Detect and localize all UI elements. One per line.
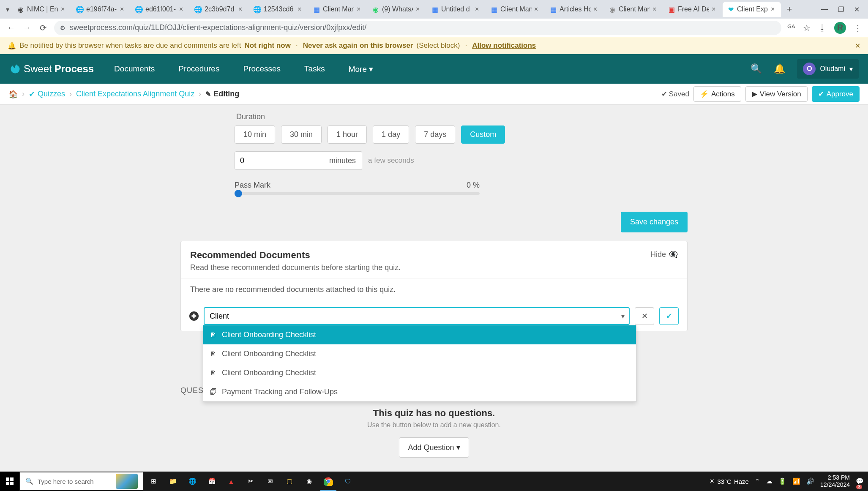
browser-tab[interactable]: ▦Untitled d× (427, 2, 485, 17)
approve-button[interactable]: ✔ Approve (812, 86, 860, 102)
nav-processes[interactable]: Processes (243, 64, 281, 74)
browser-tab[interactable]: ◉Client Man× (604, 2, 663, 17)
breadcrumb-quiz-name[interactable]: Client Expectations Alignment Quiz (76, 90, 194, 98)
home-icon[interactable]: 🏠 (8, 90, 18, 99)
browser-tab[interactable]: ▦Client Man× (486, 2, 544, 17)
tab-scroll-menu-icon[interactable]: ▾ (3, 5, 12, 14)
dropdown-item[interactable]: 🗎Client Onboarding Checklist (203, 363, 636, 382)
task-view-icon[interactable]: ⊞ (144, 472, 163, 491)
close-icon[interactable]: × (179, 5, 186, 13)
browser-tab[interactable]: ▦Articles Ho× (545, 2, 603, 17)
duration-10min[interactable]: 10 min (235, 125, 275, 144)
new-tab-button[interactable]: + (782, 2, 797, 17)
dropdown-item[interactable]: 🗎Client Onboarding Checklist (203, 325, 636, 344)
notif-allow-link[interactable]: Allow notifications (472, 41, 536, 50)
hide-toggle[interactable]: Hide 👁‍🗨 (650, 250, 678, 259)
browser-tab-active[interactable]: ❤Client Expe× (723, 2, 781, 17)
app-logo[interactable]: SweetProcess (9, 63, 94, 75)
passmark-slider[interactable] (235, 192, 480, 195)
close-icon[interactable]: × (712, 5, 718, 13)
site-settings-icon[interactable]: ⚙ (60, 25, 66, 31)
close-icon[interactable]: × (61, 5, 68, 13)
profile-avatar[interactable]: R (834, 22, 846, 34)
user-menu[interactable]: O Oludami ▾ (797, 59, 859, 79)
actions-button[interactable]: ⚡ Actions (693, 86, 741, 102)
view-version-button[interactable]: ▶ View Version (745, 86, 808, 102)
browser-tab[interactable]: ◉NIMC | Enr× (13, 2, 71, 17)
maximize-icon[interactable]: ❐ (838, 5, 844, 14)
browser-tab[interactable]: ◉(9) WhatsA× (368, 2, 426, 17)
volume-icon[interactable]: 🔊 (806, 477, 814, 485)
nav-documents[interactable]: Documents (114, 64, 155, 74)
duration-1day[interactable]: 1 day (373, 125, 409, 144)
translate-icon[interactable]: ᴳᴬ (787, 23, 795, 33)
calendar-icon[interactable]: 📅 (202, 472, 221, 491)
save-changes-button[interactable]: Save changes (621, 212, 688, 232)
dropdown-item[interactable]: 🗐Payment Tracking and Follow-Ups (203, 382, 636, 401)
sticky-notes-icon[interactable]: ▢ (280, 472, 299, 491)
browser-tab[interactable]: ▣Free AI De× (663, 2, 722, 17)
slider-thumb[interactable] (235, 190, 242, 197)
mail-icon[interactable]: ✉ (260, 472, 280, 491)
action-center-icon[interactable]: 💬3 (856, 472, 864, 491)
edge-icon[interactable]: 🌐 (183, 472, 202, 491)
url-input[interactable]: ⚙ sweetprocess.com/quiz/1LDfOJJ/client-e… (54, 21, 781, 35)
taskbar-search[interactable]: 🔍 Type here to search (20, 472, 143, 490)
duration-7days[interactable]: 7 days (415, 125, 455, 144)
tray-chevron-icon[interactable]: ⌃ (755, 477, 760, 485)
close-icon[interactable]: × (475, 5, 482, 13)
close-icon[interactable]: ✕ (855, 42, 860, 50)
weather-widget[interactable]: ☀ 33°C Haze (709, 477, 749, 485)
doc-search-input[interactable] (204, 307, 630, 325)
browser-tab[interactable]: 🌐2c3b9d7d× (190, 2, 248, 17)
duration-custom[interactable]: Custom (461, 125, 505, 144)
close-icon[interactable]: × (593, 5, 600, 13)
reload-button[interactable]: ⟳ (38, 23, 48, 33)
close-icon[interactable]: × (771, 5, 778, 13)
notif-never[interactable]: Never ask again on this browser (303, 41, 413, 50)
close-icon[interactable]: × (652, 5, 659, 13)
wifi-icon[interactable]: 📶 (792, 477, 800, 485)
nav-tasks[interactable]: Tasks (304, 64, 325, 74)
bookmark-icon[interactable]: ☆ (803, 23, 811, 33)
explorer-icon[interactable]: 📁 (163, 472, 183, 491)
browser-tab[interactable]: 🌐e196f74a-× (72, 2, 130, 17)
downloads-icon[interactable]: ⭳ (818, 23, 827, 33)
dropdown-item[interactable]: 🗎Client Onboarding Checklist (203, 344, 636, 363)
onedrive-icon[interactable]: ☁ (766, 477, 772, 485)
close-icon[interactable]: × (238, 5, 245, 13)
duration-30min[interactable]: 30 min (281, 125, 322, 144)
nav-procedures[interactable]: Procedures (178, 64, 219, 74)
security-icon[interactable]: 🛡 (338, 472, 358, 491)
back-button[interactable]: ← (6, 23, 16, 33)
snip-icon[interactable]: ✂ (241, 472, 260, 491)
app-icon[interactable]: ◉ (299, 472, 319, 491)
forward-button[interactable]: → (22, 23, 32, 33)
close-icon[interactable]: × (534, 5, 541, 13)
battery-icon[interactable]: 🔋 (778, 477, 786, 485)
breadcrumb-quizzes[interactable]: Quizzes (38, 90, 65, 98)
minimize-icon[interactable]: ― (821, 5, 828, 14)
close-icon[interactable]: × (416, 5, 423, 13)
menu-icon[interactable]: ⋮ (854, 23, 862, 33)
plus-icon[interactable]: ✚ (189, 311, 199, 321)
close-icon[interactable]: × (357, 5, 363, 13)
close-icon[interactable]: × (298, 5, 304, 13)
browser-tab[interactable]: ▦Client Man× (308, 2, 367, 17)
start-button[interactable] (0, 472, 19, 491)
bell-icon[interactable]: 🔔 (774, 63, 785, 74)
search-icon[interactable]: 🔍 (751, 63, 762, 74)
acrobat-icon[interactable]: ▲ (221, 472, 241, 491)
confirm-doc-button[interactable]: ✔ (659, 307, 679, 325)
browser-tab[interactable]: 🌐ed61f001-× (131, 2, 189, 17)
clock[interactable]: 2:53 PM 12/24/2024 (820, 474, 850, 488)
close-window-icon[interactable]: ✕ (854, 5, 860, 14)
nav-more[interactable]: More ▾ (349, 64, 374, 74)
notif-not-now[interactable]: Not right now (244, 41, 291, 50)
chrome-icon[interactable] (319, 472, 338, 491)
duration-1hour[interactable]: 1 hour (328, 125, 367, 144)
minutes-input[interactable] (235, 151, 323, 170)
add-question-button[interactable]: Add Question ▾ (399, 437, 469, 458)
browser-tab[interactable]: 🌐12543cd6× (249, 2, 308, 17)
close-icon[interactable]: × (120, 5, 127, 13)
